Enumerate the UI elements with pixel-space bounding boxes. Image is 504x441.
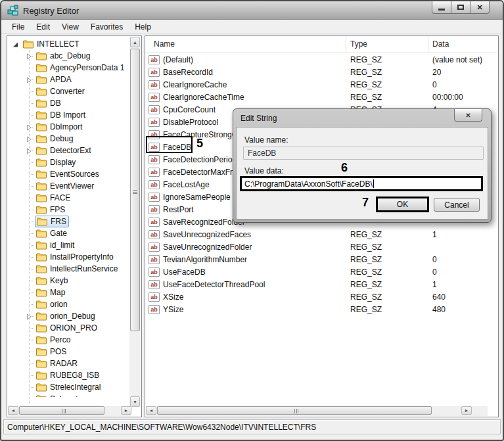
registry-value-row[interactable]: abXSizeREG_SZ640 — [145, 290, 497, 303]
column-header-type[interactable]: Type — [350, 39, 367, 49]
tree-item-eventviewer[interactable]: EventViewer — [7, 180, 129, 192]
tree-item-label: AgencyPersonData 1 — [50, 63, 124, 72]
expand-arrow-icon[interactable] — [26, 124, 32, 130]
tree-horizontal-scrollbar[interactable]: ◄ ► — [8, 406, 131, 416]
value-data-input[interactable]: C:\ProgramData\AxxonSoft\FaceDB\ — [240, 176, 483, 191]
value-type-cell: REG_SZ — [350, 267, 382, 277]
tree-item-orion-debug[interactable]: orion_Debug — [7, 310, 129, 322]
value-data-text: C:\ProgramData\AxxonSoft\FaceDB\ — [244, 179, 373, 189]
collapse-arrow-icon[interactable] — [12, 41, 19, 47]
menu-help[interactable]: Help — [129, 20, 157, 34]
value-name-text: FaceDB — [163, 143, 191, 152]
tree-item-keyb[interactable]: Keyb — [7, 275, 129, 287]
cancel-button-label: Cancel — [444, 200, 469, 210]
string-value-icon: ab — [149, 93, 160, 102]
scroll-down-icon[interactable]: ▼ — [130, 396, 140, 407]
ok-button[interactable]: OK — [376, 197, 429, 212]
minimize-button[interactable] — [432, 1, 451, 14]
string-value-icon: ab — [149, 292, 160, 302]
menu-view[interactable]: View — [56, 20, 85, 34]
tree-vertical-scrollbar[interactable]: ▲ ▼ — [129, 37, 141, 407]
tree-item-eventsources[interactable]: EventSources — [7, 168, 129, 180]
tree-item-radar[interactable]: RADAR — [7, 358, 129, 369]
string-value-icon: ab — [149, 68, 160, 77]
tree-vscroll-thumb[interactable] — [130, 49, 140, 331]
tree-connector-line — [30, 387, 34, 388]
tree-hscroll-thumb[interactable] — [19, 406, 104, 415]
tree-item-debug[interactable]: Debug — [7, 133, 129, 145]
string-value-icon: ab — [149, 218, 160, 227]
expand-arrow-icon[interactable] — [26, 76, 32, 83]
tree-item-subsystems[interactable]: Subsystems — [7, 393, 129, 397]
tree-item-converter[interactable]: Converter — [7, 85, 129, 97]
registry-value-row[interactable]: abClearIgnoreCacheREG_SZ0 — [145, 78, 497, 91]
column-header-name[interactable]: Name — [154, 39, 175, 49]
expand-arrow-icon[interactable] — [26, 396, 32, 397]
menu-file[interactable]: File — [6, 20, 30, 34]
expand-arrow-icon[interactable] — [26, 147, 32, 154]
tree-item-installpropertyinfo[interactable]: InstallPropertyInfo — [7, 251, 129, 263]
registry-editor-window: Registry Editor ✕ File Edit View Favorit… — [0, 0, 504, 441]
column-separator[interactable] — [346, 36, 346, 53]
value-name-text: RestPort — [163, 205, 194, 214]
column-separator[interactable] — [428, 36, 428, 53]
tree-item-agencypersondata-1[interactable]: AgencyPersonData 1 — [7, 62, 129, 74]
tree-item-orion-pro[interactable]: ORION_PRO — [7, 322, 129, 334]
menu-edit[interactable]: Edit — [30, 20, 56, 34]
expand-arrow-icon[interactable] — [26, 53, 32, 59]
tree-item-map[interactable]: Map — [7, 287, 129, 298]
column-header-data[interactable]: Data — [432, 39, 449, 49]
cancel-button[interactable]: Cancel — [434, 198, 480, 212]
tree-item-pos[interactable]: POS — [7, 346, 129, 358]
tree-item-rubeg8-isb[interactable]: RUBEG8_ISB — [7, 369, 129, 381]
tree-item-intellect[interactable]: INTELLECT — [7, 38, 129, 50]
tree-item-gate[interactable]: Gate — [7, 227, 129, 239]
close-button[interactable]: ✕ — [470, 1, 490, 14]
registry-value-row[interactable]: abClearIgnoreCacheTimeREG_SZ00:00:00 — [145, 91, 497, 103]
window-controls: ✕ — [432, 1, 490, 14]
registry-value-row[interactable]: ab(Default)REG_SZ(value not set) — [145, 53, 497, 66]
scroll-left-icon[interactable]: ◄ — [8, 406, 18, 415]
registry-value-row[interactable]: abBaseRecordIdREG_SZ20 — [145, 66, 497, 78]
value-data-label: Value data: — [244, 166, 284, 175]
tree-item-db[interactable]: DB — [7, 97, 129, 109]
tree-item-display[interactable]: Display — [7, 156, 129, 168]
registry-value-row[interactable]: abSaveUnrecognizedFolderREG_SZ — [145, 241, 497, 253]
tree-item-orion[interactable]: orion — [7, 298, 129, 310]
tree-item-perco[interactable]: Perco — [7, 334, 129, 346]
folder-icon — [36, 99, 47, 108]
registry-editor-icon — [7, 5, 19, 16]
string-value-icon: ab — [149, 280, 160, 289]
tree-item-face[interactable]: FACE — [7, 192, 129, 204]
registry-value-row[interactable]: abUseFaceDetectorThreadPoolREG_SZ1 — [145, 278, 497, 290]
registry-value-row[interactable]: abYSizeREG_SZ480 — [145, 303, 497, 315]
scroll-left-icon[interactable]: ◄ — [146, 406, 156, 415]
tree-item-fps[interactable]: FPS — [7, 204, 129, 216]
tree-item-strelecintegral[interactable]: StrelecIntegral — [7, 381, 129, 393]
tree-item-intellectrunservice[interactable]: IntellectRunService — [7, 263, 129, 275]
tree-item-detectorext[interactable]: DetectorExt — [7, 145, 129, 156]
value-name-cell: abUseFaceDetectorThreadPool — [149, 279, 265, 290]
tree-item-id-limit[interactable]: id_limit — [7, 239, 129, 251]
tree-connector-line — [30, 292, 34, 293]
scroll-right-icon[interactable]: ► — [461, 406, 472, 415]
tree-item-apda[interactable]: APDA — [7, 74, 129, 85]
registry-value-row[interactable]: abUseFaceDBREG_SZ0 — [145, 266, 497, 278]
maximize-button[interactable] — [451, 1, 470, 14]
tree-item-abc-debug[interactable]: abc_Debug — [7, 50, 129, 62]
menu-favorites[interactable]: Favorites — [85, 20, 129, 34]
selected-tree-item[interactable]: FRS — [35, 216, 69, 227]
tree-item-frs[interactable]: FRS — [7, 216, 129, 227]
expand-arrow-icon[interactable] — [26, 313, 32, 319]
registry-value-row[interactable]: abTevianAlgorithmNumberREG_SZ0 — [145, 253, 497, 266]
dialog-close-button[interactable]: ✕ — [454, 109, 482, 122]
list-horizontal-scrollbar[interactable]: ◄ ► — [146, 406, 488, 416]
tree-item-label: Display — [50, 158, 76, 167]
tree-item-db-import[interactable]: DB Import — [7, 109, 129, 121]
scroll-up-icon[interactable]: ▲ — [130, 37, 140, 47]
expand-arrow-icon[interactable] — [26, 135, 32, 142]
list-hscroll-thumb[interactable] — [157, 406, 432, 415]
registry-value-row[interactable]: abSaveUnrecognizedFacesREG_SZ1 — [145, 228, 497, 241]
scroll-right-icon[interactable]: ► — [121, 406, 131, 415]
tree-item-dbimport[interactable]: DbImport — [7, 121, 129, 133]
